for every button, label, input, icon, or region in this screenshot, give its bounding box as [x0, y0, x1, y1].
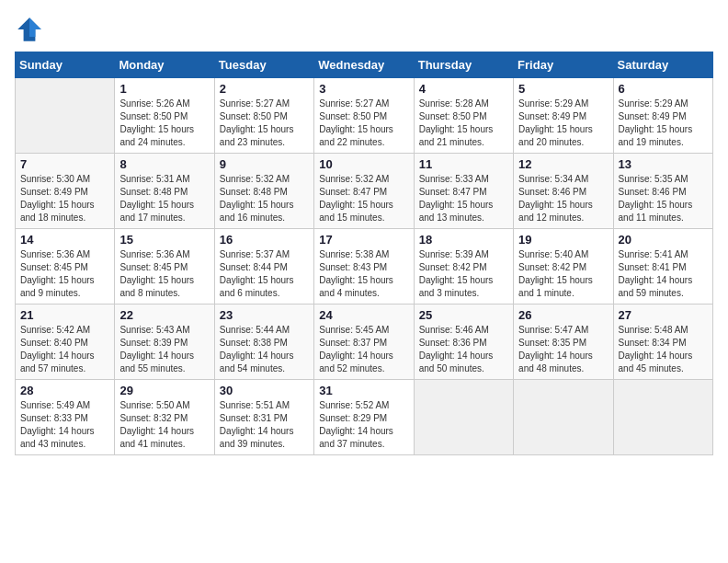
- day-info: Sunrise: 5:34 AM Sunset: 8:46 PM Dayligh…: [518, 173, 608, 224]
- calendar-cell: [414, 380, 513, 455]
- day-number: 15: [119, 233, 209, 247]
- day-info: Sunrise: 5:29 AM Sunset: 8:49 PM Dayligh…: [518, 98, 608, 149]
- calendar-cell: 10Sunrise: 5:32 AM Sunset: 8:47 PM Dayli…: [314, 154, 414, 229]
- day-info: Sunrise: 5:36 AM Sunset: 8:45 PM Dayligh…: [20, 248, 109, 300]
- day-info: Sunrise: 5:29 AM Sunset: 8:49 PM Dayligh…: [619, 98, 708, 149]
- day-number: 14: [20, 233, 109, 247]
- day-info: Sunrise: 5:50 AM Sunset: 8:32 PM Dayligh…: [119, 399, 209, 451]
- calendar-cell: 17Sunrise: 5:38 AM Sunset: 8:43 PM Dayli…: [314, 229, 414, 304]
- logo: [15, 15, 48, 44]
- day-number: 8: [119, 157, 209, 171]
- calendar-cell: 19Sunrise: 5:40 AM Sunset: 8:42 PM Dayli…: [514, 229, 613, 304]
- day-number: 16: [220, 233, 309, 247]
- column-header-saturday: Saturday: [613, 52, 712, 78]
- day-info: Sunrise: 5:26 AM Sunset: 8:50 PM Dayligh…: [119, 98, 209, 149]
- day-info: Sunrise: 5:41 AM Sunset: 8:41 PM Dayligh…: [619, 248, 708, 300]
- day-number: 12: [518, 157, 608, 171]
- calendar-cell: 9Sunrise: 5:32 AM Sunset: 8:48 PM Daylig…: [214, 154, 313, 229]
- calendar-cell: 3Sunrise: 5:27 AM Sunset: 8:50 PM Daylig…: [314, 78, 414, 154]
- day-info: Sunrise: 5:49 AM Sunset: 8:33 PM Dayligh…: [20, 399, 109, 451]
- calendar-cell: 2Sunrise: 5:27 AM Sunset: 8:50 PM Daylig…: [214, 78, 313, 154]
- header-row: SundayMondayTuesdayWednesdayThursdayFrid…: [16, 52, 713, 78]
- day-number: 13: [619, 157, 708, 171]
- day-number: 10: [319, 157, 408, 171]
- day-number: 30: [220, 384, 309, 397]
- day-number: 20: [619, 233, 708, 247]
- calendar-cell: 25Sunrise: 5:46 AM Sunset: 8:36 PM Dayli…: [414, 304, 513, 380]
- day-number: 31: [319, 384, 408, 397]
- week-row-1: 1Sunrise: 5:26 AM Sunset: 8:50 PM Daylig…: [16, 78, 713, 154]
- calendar-cell: 29Sunrise: 5:50 AM Sunset: 8:32 PM Dayli…: [115, 380, 214, 455]
- calendar-cell: 24Sunrise: 5:45 AM Sunset: 8:37 PM Dayli…: [314, 304, 414, 380]
- week-row-3: 14Sunrise: 5:36 AM Sunset: 8:45 PM Dayli…: [16, 229, 713, 304]
- calendar-cell: 13Sunrise: 5:35 AM Sunset: 8:46 PM Dayli…: [613, 154, 712, 229]
- day-number: 26: [518, 308, 608, 322]
- column-header-friday: Friday: [514, 52, 613, 78]
- calendar-cell: 5Sunrise: 5:29 AM Sunset: 8:49 PM Daylig…: [514, 78, 613, 154]
- day-number: 1: [119, 82, 209, 96]
- calendar-cell: 18Sunrise: 5:39 AM Sunset: 8:42 PM Dayli…: [414, 229, 513, 304]
- calendar-cell: 20Sunrise: 5:41 AM Sunset: 8:41 PM Dayli…: [613, 229, 712, 304]
- day-info: Sunrise: 5:40 AM Sunset: 8:42 PM Dayligh…: [518, 248, 608, 300]
- calendar-cell: [16, 78, 115, 154]
- day-number: 17: [319, 233, 408, 247]
- page-header: [15, 15, 713, 44]
- day-info: Sunrise: 5:43 AM Sunset: 8:39 PM Dayligh…: [119, 324, 209, 375]
- day-info: Sunrise: 5:47 AM Sunset: 8:35 PM Dayligh…: [518, 324, 608, 375]
- day-number: 2: [220, 82, 309, 96]
- calendar-cell: [613, 380, 712, 455]
- day-info: Sunrise: 5:28 AM Sunset: 8:50 PM Dayligh…: [419, 98, 508, 149]
- day-info: Sunrise: 5:27 AM Sunset: 8:50 PM Dayligh…: [319, 98, 408, 149]
- column-header-thursday: Thursday: [414, 52, 513, 78]
- column-header-monday: Monday: [115, 52, 214, 78]
- day-number: 22: [119, 308, 209, 322]
- day-number: 21: [20, 308, 109, 322]
- calendar-cell: 22Sunrise: 5:43 AM Sunset: 8:39 PM Dayli…: [115, 304, 214, 380]
- calendar-cell: 8Sunrise: 5:31 AM Sunset: 8:48 PM Daylig…: [115, 154, 214, 229]
- column-header-wednesday: Wednesday: [314, 52, 414, 78]
- calendar-cell: [514, 380, 613, 455]
- week-row-5: 28Sunrise: 5:49 AM Sunset: 8:33 PM Dayli…: [16, 380, 713, 455]
- logo-icon: [15, 15, 44, 44]
- day-number: 3: [319, 82, 408, 96]
- day-info: Sunrise: 5:37 AM Sunset: 8:44 PM Dayligh…: [220, 248, 309, 300]
- calendar-cell: 6Sunrise: 5:29 AM Sunset: 8:49 PM Daylig…: [613, 78, 712, 154]
- calendar-cell: 11Sunrise: 5:33 AM Sunset: 8:47 PM Dayli…: [414, 154, 513, 229]
- calendar-cell: 26Sunrise: 5:47 AM Sunset: 8:35 PM Dayli…: [514, 304, 613, 380]
- calendar-cell: 15Sunrise: 5:36 AM Sunset: 8:45 PM Dayli…: [115, 229, 214, 304]
- day-number: 6: [619, 82, 708, 96]
- day-info: Sunrise: 5:32 AM Sunset: 8:47 PM Dayligh…: [319, 173, 408, 224]
- calendar-cell: 30Sunrise: 5:51 AM Sunset: 8:31 PM Dayli…: [214, 380, 313, 455]
- day-info: Sunrise: 5:33 AM Sunset: 8:47 PM Dayligh…: [419, 173, 508, 224]
- week-row-4: 21Sunrise: 5:42 AM Sunset: 8:40 PM Dayli…: [16, 304, 713, 380]
- day-info: Sunrise: 5:39 AM Sunset: 8:42 PM Dayligh…: [419, 248, 508, 300]
- day-info: Sunrise: 5:31 AM Sunset: 8:48 PM Dayligh…: [119, 173, 209, 224]
- column-header-tuesday: Tuesday: [214, 52, 313, 78]
- calendar-cell: 4Sunrise: 5:28 AM Sunset: 8:50 PM Daylig…: [414, 78, 513, 154]
- day-info: Sunrise: 5:48 AM Sunset: 8:34 PM Dayligh…: [619, 324, 708, 375]
- day-info: Sunrise: 5:35 AM Sunset: 8:46 PM Dayligh…: [619, 173, 708, 224]
- calendar-cell: 7Sunrise: 5:30 AM Sunset: 8:49 PM Daylig…: [16, 154, 115, 229]
- day-info: Sunrise: 5:32 AM Sunset: 8:48 PM Dayligh…: [220, 173, 309, 224]
- calendar-cell: 12Sunrise: 5:34 AM Sunset: 8:46 PM Dayli…: [514, 154, 613, 229]
- day-number: 19: [518, 233, 608, 247]
- day-info: Sunrise: 5:45 AM Sunset: 8:37 PM Dayligh…: [319, 324, 408, 375]
- day-number: 25: [419, 308, 508, 322]
- calendar-cell: 21Sunrise: 5:42 AM Sunset: 8:40 PM Dayli…: [16, 304, 115, 380]
- calendar-cell: 14Sunrise: 5:36 AM Sunset: 8:45 PM Dayli…: [16, 229, 115, 304]
- day-number: 5: [518, 82, 608, 96]
- calendar-cell: 27Sunrise: 5:48 AM Sunset: 8:34 PM Dayli…: [613, 304, 712, 380]
- day-number: 28: [20, 384, 109, 397]
- day-number: 18: [419, 233, 508, 247]
- calendar-cell: 31Sunrise: 5:52 AM Sunset: 8:29 PM Dayli…: [314, 380, 414, 455]
- svg-marker-1: [29, 17, 41, 37]
- day-info: Sunrise: 5:27 AM Sunset: 8:50 PM Dayligh…: [220, 98, 309, 149]
- calendar-cell: 16Sunrise: 5:37 AM Sunset: 8:44 PM Dayli…: [214, 229, 313, 304]
- day-number: 4: [419, 82, 508, 96]
- calendar-cell: 23Sunrise: 5:44 AM Sunset: 8:38 PM Dayli…: [214, 304, 313, 380]
- day-number: 29: [119, 384, 209, 397]
- calendar-table: SundayMondayTuesdayWednesdayThursdayFrid…: [15, 52, 713, 455]
- day-number: 11: [419, 157, 508, 171]
- week-row-2: 7Sunrise: 5:30 AM Sunset: 8:49 PM Daylig…: [16, 154, 713, 229]
- day-info: Sunrise: 5:51 AM Sunset: 8:31 PM Dayligh…: [220, 399, 309, 451]
